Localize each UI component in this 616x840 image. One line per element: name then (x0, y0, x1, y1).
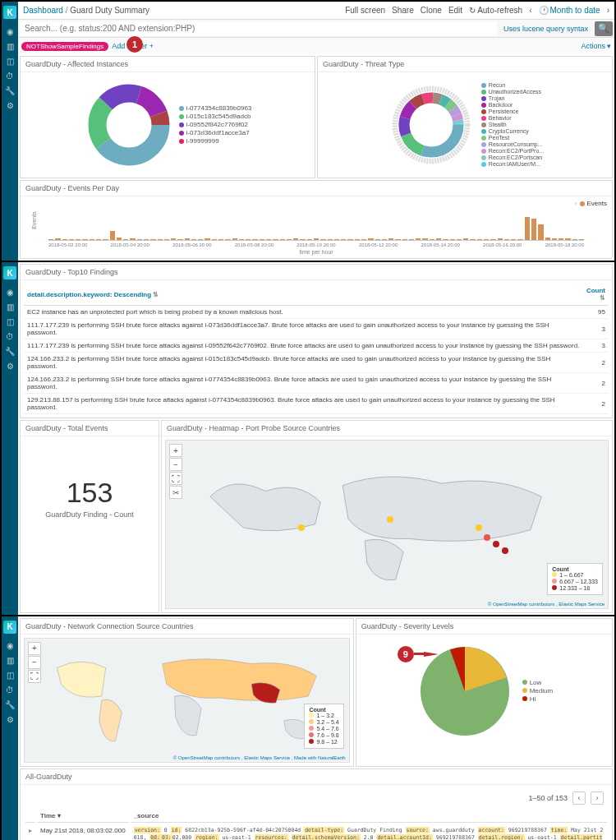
events-bar[interactable] (565, 238, 570, 240)
events-bar[interactable] (287, 239, 292, 240)
events-bar[interactable] (361, 239, 366, 240)
events-bar[interactable] (48, 239, 53, 240)
dashboard-icon[interactable]: ◫ (4, 316, 16, 327)
events-bar[interactable] (579, 239, 584, 240)
events-bar[interactable] (55, 238, 60, 240)
events-bar[interactable] (218, 239, 223, 240)
legend-item[interactable]: Medium (522, 687, 553, 695)
severity-pie-chart[interactable] (416, 642, 514, 741)
legend-item[interactable]: Trojan (481, 95, 544, 101)
timelion-icon[interactable]: ⏱ (4, 70, 16, 81)
events-bar[interactable] (232, 238, 237, 240)
events-bar[interactable] (477, 239, 482, 240)
events-bar[interactable] (123, 239, 128, 240)
events-bar[interactable] (307, 239, 312, 240)
map-attribution[interactable]: © OpenStreetMap contributors , Elastic M… (173, 755, 346, 760)
prev-icon[interactable]: ‹ (529, 6, 531, 15)
events-bar[interactable] (545, 238, 550, 240)
events-bar[interactable] (82, 239, 87, 240)
events-bar[interactable] (395, 239, 400, 240)
events-bar[interactable] (280, 239, 285, 240)
table-row[interactable]: 129.213.88.157 is performing SSH brute f… (24, 394, 609, 414)
visualize-icon[interactable]: ▥ (4, 40, 16, 52)
events-bar[interactable] (191, 239, 196, 240)
events-bar[interactable] (239, 239, 244, 240)
legend-item[interactable]: Recon (481, 82, 544, 88)
events-bar[interactable] (525, 217, 530, 240)
events-bar[interactable] (246, 239, 251, 240)
time-range-picker[interactable]: 🕐 Month to date (539, 6, 600, 15)
events-bar[interactable] (62, 239, 67, 240)
events-bar[interactable] (90, 239, 94, 240)
legend-item[interactable]: i-073d36ddf1acce3a7 (179, 129, 252, 136)
legend-item[interactable]: Backdoor (481, 102, 544, 108)
management-icon[interactable]: ⚙ (4, 714, 16, 726)
events-bar[interactable] (130, 238, 135, 240)
heatmap-map[interactable]: + − ⛶ ✂ (165, 440, 609, 609)
events-bar[interactable] (517, 239, 522, 240)
full-screen-button[interactable]: Full screen (345, 6, 385, 15)
kibana-logo-icon[interactable]: K (3, 6, 16, 19)
search-input[interactable] (20, 21, 497, 36)
legend-item[interactable]: ResourceConsump... (481, 141, 544, 147)
edit-button[interactable]: Edit (448, 6, 462, 15)
events-bar[interactable] (117, 238, 122, 240)
discover-icon[interactable]: ◉ (4, 640, 16, 652)
events-bar[interactable] (328, 239, 333, 240)
kibana-logo-icon[interactable]: K (3, 266, 16, 279)
events-bar[interactable] (457, 239, 462, 240)
next-icon[interactable]: › (607, 6, 609, 15)
events-bar[interactable] (368, 238, 373, 240)
events-bar[interactable] (498, 238, 503, 240)
legend-item[interactable]: Persistence (481, 108, 544, 114)
discover-icon[interactable]: ◉ (4, 286, 16, 298)
auto-refresh-button[interactable]: ↻ Auto-refresh (469, 6, 522, 15)
events-bar[interactable] (76, 239, 80, 240)
clone-button[interactable]: Clone (421, 6, 442, 15)
events-bar[interactable] (538, 224, 543, 240)
col-description[interactable]: detail.description.keyword: Descending ⇅ (24, 284, 583, 306)
events-bar[interactable] (164, 239, 169, 240)
legend-item[interactable]: i-99999999 (179, 137, 252, 145)
events-bar[interactable] (388, 238, 393, 240)
events-bar[interactable] (463, 238, 468, 240)
search-button[interactable]: 🔍 (595, 21, 613, 36)
events-bar[interactable] (273, 239, 278, 240)
pager-next-button[interactable]: › (591, 792, 604, 805)
events-bar[interactable] (225, 239, 230, 240)
legend-item[interactable]: Behavior (481, 115, 544, 121)
events-bar[interactable] (300, 239, 305, 240)
events-bar[interactable] (402, 239, 407, 240)
discover-icon[interactable]: ◉ (4, 25, 16, 37)
events-bar[interactable] (430, 239, 434, 240)
events-bar[interactable] (355, 239, 360, 240)
events-bar[interactable] (185, 238, 190, 240)
events-bar[interactable] (110, 231, 115, 240)
events-bar[interactable] (504, 239, 509, 240)
events-bar[interactable] (347, 239, 352, 240)
events-bar[interactable] (422, 238, 427, 240)
events-bar[interactable] (103, 239, 108, 240)
events-bar[interactable] (212, 239, 217, 240)
kibana-logo-icon[interactable]: K (3, 621, 16, 634)
breadcrumb-root[interactable]: Dashboard (23, 6, 63, 15)
legend-item[interactable]: PenTest (481, 135, 544, 141)
actions-button[interactable]: Actions ▾ (581, 42, 611, 50)
visualize-icon[interactable]: ▥ (4, 655, 16, 667)
legend-item[interactable]: Stealth (481, 122, 544, 127)
events-bar[interactable] (96, 239, 101, 240)
filter-pill[interactable]: NOTShowSampleFindings (21, 42, 108, 51)
timelion-icon[interactable]: ⏱ (4, 685, 16, 696)
events-bar[interactable] (572, 239, 577, 240)
events-bar[interactable] (334, 239, 339, 240)
devtools-icon[interactable]: 🔧 (4, 345, 16, 357)
add-filter-button[interactable]: Add a filter + (112, 42, 154, 50)
events-bar[interactable] (320, 239, 325, 240)
management-icon[interactable]: ⚙ (4, 99, 16, 111)
map-attribution[interactable]: © OpenStreetMap contributors , Elastic M… (488, 602, 605, 607)
table-row[interactable]: EC2 instance has an unprotected port whi… (24, 306, 609, 319)
legend-item[interactable]: Recon:EC2/Portscan (481, 155, 544, 160)
zoom-in-button[interactable]: + (169, 444, 182, 457)
expand-row-icon[interactable]: ▸ (25, 824, 35, 840)
lucene-syntax-link[interactable]: Uses lucene query syntax (499, 25, 593, 33)
